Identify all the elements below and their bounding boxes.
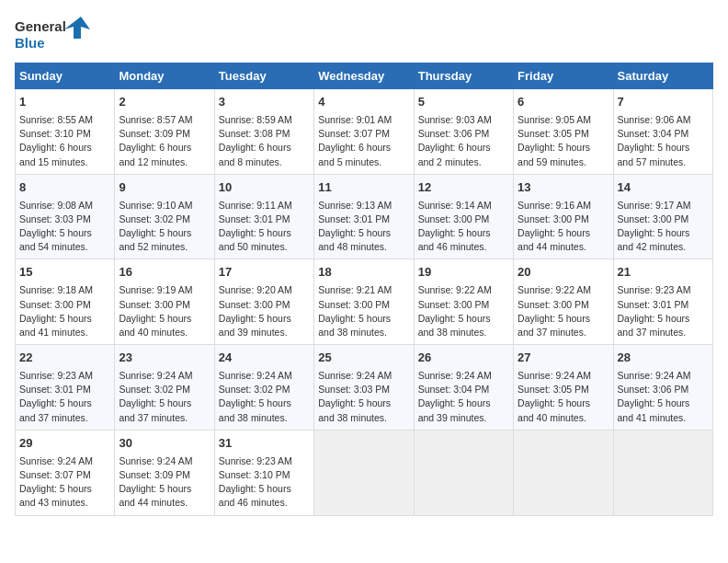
cell-line: Sunrise: 9:10 AM xyxy=(119,199,210,213)
logo-container: General Blue xyxy=(15,15,93,57)
day-number: 20 xyxy=(518,264,609,282)
svg-text:Blue: Blue xyxy=(15,35,45,51)
cell-line: Daylight: 5 hours xyxy=(518,141,609,155)
calendar-cell: 26Sunrise: 9:24 AMSunset: 3:04 PMDayligh… xyxy=(414,345,513,431)
calendar-week-2: 8Sunrise: 9:08 AMSunset: 3:03 PMDaylight… xyxy=(16,174,713,259)
cell-line: Sunset: 3:00 PM xyxy=(518,298,609,312)
cell-line: and 41 minutes. xyxy=(618,411,709,425)
cell-line: and 38 minutes. xyxy=(318,411,409,425)
cell-line: and 43 minutes. xyxy=(19,496,110,510)
cell-line: Sunrise: 9:14 AM xyxy=(418,199,509,213)
cell-line: Sunrise: 9:01 AM xyxy=(318,113,409,127)
cell-line: Sunrise: 9:18 AM xyxy=(19,283,110,297)
cell-line: Daylight: 6 hours xyxy=(318,141,409,155)
cell-line: Sunset: 3:03 PM xyxy=(318,383,409,396)
cell-line: Sunset: 3:02 PM xyxy=(219,383,310,396)
cell-line: and 59 minutes. xyxy=(518,155,609,169)
cell-line: Daylight: 5 hours xyxy=(318,396,409,410)
calendar-cell: 27Sunrise: 9:24 AMSunset: 3:05 PMDayligh… xyxy=(514,345,613,431)
day-number: 10 xyxy=(219,179,310,197)
cell-line: Daylight: 5 hours xyxy=(219,482,310,496)
day-number: 1 xyxy=(19,94,110,111)
cell-line: and 8 minutes. xyxy=(219,155,310,169)
cell-line: Sunrise: 9:24 AM xyxy=(618,369,709,383)
day-number: 15 xyxy=(19,264,110,282)
calendar-cell: 17Sunrise: 9:20 AMSunset: 3:00 PMDayligh… xyxy=(214,259,313,345)
cell-line: Sunrise: 9:22 AM xyxy=(418,283,509,297)
cell-line: Daylight: 5 hours xyxy=(219,312,310,326)
cell-line: Sunrise: 9:08 AM xyxy=(19,199,110,213)
day-number: 31 xyxy=(219,435,310,453)
cell-line: Sunrise: 8:59 AM xyxy=(219,113,310,127)
calendar-cell: 20Sunrise: 9:22 AMSunset: 3:00 PMDayligh… xyxy=(514,259,613,345)
calendar-cell: 1Sunrise: 8:55 AMSunset: 3:10 PMDaylight… xyxy=(16,89,115,175)
day-number: 26 xyxy=(418,350,509,367)
cell-line: Sunset: 3:00 PM xyxy=(618,213,709,226)
cell-line: and 41 minutes. xyxy=(19,326,110,339)
calendar-header-row: SundayMondayTuesdayWednesdayThursdayFrid… xyxy=(16,63,713,89)
cell-line: Sunrise: 8:57 AM xyxy=(119,113,210,127)
cell-line: Sunset: 3:00 PM xyxy=(19,298,110,312)
col-header-saturday: Saturday xyxy=(613,63,712,89)
header: General Blue xyxy=(15,15,713,57)
calendar-cell: 22Sunrise: 9:23 AMSunset: 3:01 PMDayligh… xyxy=(16,345,115,431)
col-header-sunday: Sunday xyxy=(16,63,115,89)
cell-line: Daylight: 5 hours xyxy=(418,226,509,240)
cell-line: Sunrise: 9:11 AM xyxy=(219,199,310,213)
cell-line: and 50 minutes. xyxy=(219,240,310,254)
cell-line: and 40 minutes. xyxy=(119,326,210,339)
cell-line: Sunset: 3:01 PM xyxy=(618,298,709,312)
calendar-table: SundayMondayTuesdayWednesdayThursdayFrid… xyxy=(15,63,713,516)
cell-line: Daylight: 6 hours xyxy=(19,141,110,155)
col-header-wednesday: Wednesday xyxy=(314,63,414,89)
svg-text:General: General xyxy=(15,18,66,34)
day-number: 22 xyxy=(19,350,110,367)
col-header-friday: Friday xyxy=(514,63,613,89)
day-number: 14 xyxy=(618,179,709,197)
cell-line: Daylight: 5 hours xyxy=(418,396,509,410)
calendar-cell: 6Sunrise: 9:05 AMSunset: 3:05 PMDaylight… xyxy=(514,89,613,175)
col-header-tuesday: Tuesday xyxy=(214,63,313,89)
cell-line: Sunrise: 9:24 AM xyxy=(318,369,409,383)
cell-line: Daylight: 5 hours xyxy=(518,312,609,326)
cell-line: Daylight: 5 hours xyxy=(119,396,210,410)
cell-line: Sunrise: 9:23 AM xyxy=(19,369,110,383)
calendar-cell: 23Sunrise: 9:24 AMSunset: 3:02 PMDayligh… xyxy=(115,345,214,431)
cell-line: Sunset: 3:00 PM xyxy=(418,298,509,312)
cell-line: Daylight: 5 hours xyxy=(418,312,509,326)
calendar-cell xyxy=(514,430,613,515)
day-number: 29 xyxy=(19,435,110,453)
cell-line: Daylight: 5 hours xyxy=(19,226,110,240)
cell-line: Sunset: 3:09 PM xyxy=(119,468,210,482)
cell-line: and 48 minutes. xyxy=(318,240,409,254)
day-number: 8 xyxy=(19,179,110,197)
cell-line: Sunrise: 9:23 AM xyxy=(219,454,310,468)
cell-line: and 38 minutes. xyxy=(318,326,409,339)
cell-line: Daylight: 6 hours xyxy=(219,141,310,155)
cell-line: and 57 minutes. xyxy=(618,155,709,169)
calendar-week-1: 1Sunrise: 8:55 AMSunset: 3:10 PMDaylight… xyxy=(16,89,713,175)
cell-line: Sunrise: 9:24 AM xyxy=(19,454,110,468)
cell-line: and 40 minutes. xyxy=(518,411,609,425)
calendar-cell: 19Sunrise: 9:22 AMSunset: 3:00 PMDayligh… xyxy=(414,259,513,345)
calendar-cell: 28Sunrise: 9:24 AMSunset: 3:06 PMDayligh… xyxy=(613,345,712,431)
cell-line: Sunset: 3:05 PM xyxy=(518,127,609,141)
cell-line: Sunset: 3:03 PM xyxy=(19,213,110,226)
cell-line: and 54 minutes. xyxy=(19,240,110,254)
day-number: 7 xyxy=(618,94,709,111)
svg-marker-2 xyxy=(64,17,90,39)
calendar-cell: 29Sunrise: 9:24 AMSunset: 3:07 PMDayligh… xyxy=(16,430,115,515)
calendar-cell: 11Sunrise: 9:13 AMSunset: 3:01 PMDayligh… xyxy=(314,174,414,259)
cell-line: Sunrise: 9:16 AM xyxy=(518,199,609,213)
day-number: 30 xyxy=(119,435,210,453)
cell-line: and 37 minutes. xyxy=(19,411,110,425)
cell-line: Sunrise: 9:03 AM xyxy=(418,113,509,127)
cell-line: and 46 minutes. xyxy=(219,496,310,510)
calendar-cell: 15Sunrise: 9:18 AMSunset: 3:00 PMDayligh… xyxy=(16,259,115,345)
calendar-cell: 5Sunrise: 9:03 AMSunset: 3:06 PMDaylight… xyxy=(414,89,513,175)
cell-line: Sunrise: 9:06 AM xyxy=(618,113,709,127)
calendar-cell: 24Sunrise: 9:24 AMSunset: 3:02 PMDayligh… xyxy=(214,345,313,431)
cell-line: Daylight: 5 hours xyxy=(618,226,709,240)
cell-line: Daylight: 5 hours xyxy=(119,482,210,496)
cell-line: Daylight: 5 hours xyxy=(318,312,409,326)
